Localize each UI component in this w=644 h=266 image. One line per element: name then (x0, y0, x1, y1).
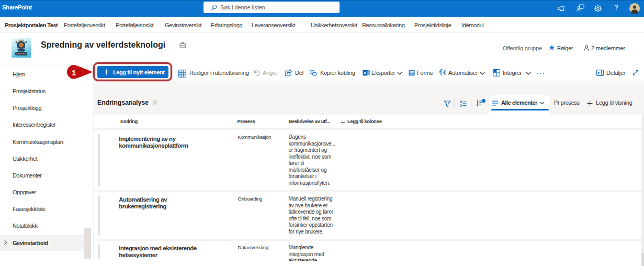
svg-text:X: X (364, 71, 366, 75)
